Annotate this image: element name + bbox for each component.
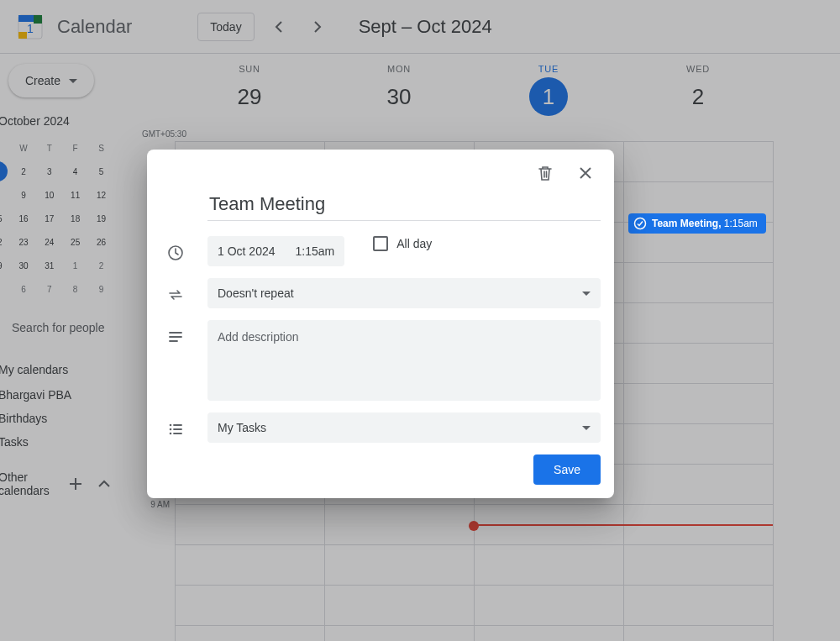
recurrence-value: Doesn't repeat — [218, 286, 294, 300]
day-header[interactable]: MON 30 — [324, 54, 474, 123]
save-button[interactable]: Save — [533, 454, 601, 485]
mini-dow: F — [62, 136, 88, 160]
my-calendars-heading[interactable]: My calendars — [0, 346, 128, 383]
mini-day[interactable]: 18 — [62, 207, 88, 230]
svg-point-9 — [170, 433, 172, 435]
mini-day[interactable]: 2 — [11, 160, 37, 183]
create-label: Create — [25, 74, 60, 87]
prev-period-button[interactable] — [261, 10, 295, 44]
calendar-item[interactable]: Birthdays — [0, 407, 128, 430]
description-input[interactable] — [207, 320, 601, 401]
mini-day[interactable]: 29 — [0, 254, 11, 277]
day-header[interactable]: TUE 1 — [474, 54, 623, 123]
next-period-button[interactable] — [302, 10, 335, 44]
repeat-icon — [160, 278, 191, 303]
dropdown-caret-icon — [582, 292, 591, 296]
date-field[interactable]: 1 Oct 2024 — [207, 236, 286, 266]
mini-day[interactable]: 23 — [11, 230, 37, 254]
mini-day[interactable]: 8 — [62, 277, 88, 301]
mini-day[interactable]: 2 — [88, 254, 114, 277]
all-day-checkbox[interactable] — [373, 236, 388, 251]
mini-day[interactable]: 25 — [62, 230, 88, 254]
svg-point-7 — [170, 424, 172, 427]
mini-dow: S — [88, 136, 114, 160]
day-of-week: SUN — [175, 64, 324, 74]
day-of-week: TUE — [474, 64, 623, 74]
task-checkmark-icon — [633, 217, 647, 230]
mini-day[interactable]: 30 — [11, 254, 37, 277]
calendar-item[interactable]: Tasks — [0, 430, 128, 454]
mini-day[interactable]: 16 — [11, 207, 37, 230]
dropdown-caret-icon — [582, 426, 591, 430]
add-calendar-button[interactable] — [66, 474, 86, 494]
mini-calendar[interactable]: SMTWTFS 29301234567891011121314151617181… — [0, 136, 114, 301]
event-chip-title: Team Meeting, — [652, 218, 721, 229]
mini-day[interactable]: 26 — [88, 230, 114, 254]
other-calendars-heading[interactable]: Other calendars — [0, 470, 57, 497]
day-of-week: WED — [623, 64, 773, 74]
mini-day[interactable]: 11 — [62, 183, 88, 207]
mini-dow: W — [11, 136, 37, 160]
mini-day[interactable]: 6 — [11, 277, 37, 301]
mini-day[interactable]: 12 — [88, 183, 114, 207]
day-number: 1 — [529, 77, 568, 116]
mini-day[interactable]: 4 — [62, 160, 88, 183]
mini-day[interactable]: 1 — [0, 160, 11, 183]
quick-create-dialog: 1 Oct 2024 1:15am All day Doesn't repeat — [147, 150, 614, 498]
svg-point-5 — [635, 218, 646, 229]
all-day-label: All day — [396, 237, 432, 250]
date-range: Sept – Oct 2024 — [359, 16, 492, 38]
event-title-input[interactable] — [207, 190, 601, 221]
event-chip[interactable]: Team Meeting, 1:15am — [628, 213, 766, 234]
list-icon — [160, 412, 191, 438]
day-number: 29 — [230, 77, 269, 116]
mini-day[interactable]: 8 — [0, 183, 11, 207]
description-icon — [160, 320, 191, 345]
day-number: 2 — [679, 77, 717, 116]
collapse-other-button[interactable] — [94, 474, 114, 494]
mini-day[interactable]: 9 — [11, 183, 37, 207]
clock-icon — [160, 236, 191, 261]
svg-point-8 — [170, 428, 172, 431]
mini-day[interactable]: 17 — [36, 207, 62, 230]
task-list-value: My Tasks — [218, 421, 266, 434]
mini-day[interactable]: 24 — [36, 230, 62, 254]
now-indicator — [474, 524, 773, 526]
event-chip-time: 1:15am — [724, 218, 758, 229]
column-divider — [773, 141, 774, 641]
mini-day[interactable]: 5 — [0, 277, 11, 301]
mini-day[interactable]: 3 — [36, 160, 62, 183]
day-header[interactable]: WED 2 — [623, 54, 773, 123]
mini-day[interactable]: 7 — [36, 277, 62, 301]
calendar-item[interactable]: Bhargavi PBA — [0, 383, 128, 407]
mini-calendar-title: October 2024 — [0, 114, 114, 128]
search-people-input[interactable]: Search for people — [0, 309, 128, 346]
timezone-label: GMT+05:30 — [128, 129, 186, 139]
close-button[interactable] — [575, 163, 596, 183]
mini-dow: T — [36, 136, 62, 160]
calendar-logo: 1 — [13, 10, 47, 44]
dropdown-caret-icon — [69, 79, 77, 83]
mini-day[interactable]: 19 — [88, 207, 114, 230]
today-button[interactable]: Today — [197, 13, 254, 41]
delete-button[interactable] — [535, 163, 555, 183]
mini-day[interactable]: 31 — [36, 254, 62, 277]
mini-day[interactable]: 22 — [0, 230, 11, 254]
recurrence-select[interactable]: Doesn't repeat — [207, 278, 601, 308]
mini-dow: T — [0, 136, 11, 160]
column-divider — [623, 141, 624, 641]
create-button[interactable]: Create — [8, 64, 94, 97]
mini-day[interactable]: 1 — [62, 254, 88, 277]
svg-text:1: 1 — [27, 22, 34, 35]
mini-day[interactable]: 15 — [0, 207, 11, 230]
time-field[interactable]: 1:15am — [286, 236, 345, 266]
day-header[interactable]: SUN 29 — [175, 54, 324, 123]
app-name: Calendar — [57, 16, 132, 38]
task-list-select[interactable]: My Tasks — [207, 412, 601, 443]
mini-day[interactable]: 5 — [88, 160, 114, 183]
day-number: 30 — [380, 77, 418, 116]
svg-rect-3 — [34, 15, 42, 24]
mini-day[interactable]: 10 — [36, 183, 62, 207]
mini-day[interactable]: 9 — [88, 277, 114, 301]
day-of-week: MON — [324, 64, 474, 74]
